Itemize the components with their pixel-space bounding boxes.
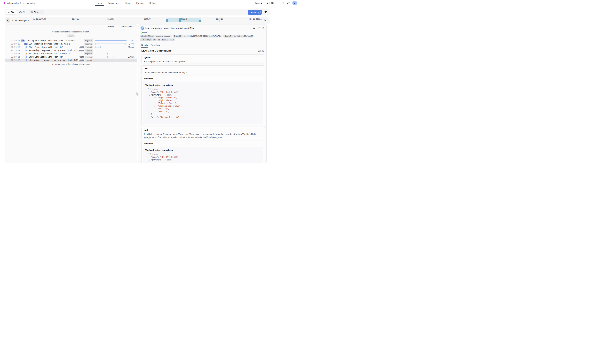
log-row[interactable]: 22:59:10 ⊟6 Calling chatprompt-function …: [5, 39, 137, 42]
docs-link[interactable]: Docs: [255, 2, 262, 4]
trace-id-pill[interactable]: Trace ID #9146a6974e4e6140538043607a71c7…: [173, 35, 222, 38]
docs-label: Docs: [255, 2, 259, 4]
scope-tag[interactable]: magentic: [84, 39, 93, 42]
collapse-icon: ⊟: [22, 40, 23, 42]
tab-raw-data[interactable]: Raw Data: [151, 43, 160, 48]
get-help-button[interactable]: Get help: [265, 1, 279, 5]
scope-tag[interactable]: openai: [85, 56, 93, 58]
llm-tag[interactable]: LLM: [78, 46, 85, 48]
item-count: 6 items: [164, 94, 172, 96]
role-label: system: [144, 56, 262, 59]
sql-mode-button[interactable]: SQL: [6, 10, 17, 14]
trace-id-label: Trace ID: [173, 35, 182, 38]
filter-button[interactable]: [264, 11, 267, 14]
breadcrumb-project[interactable]: magentic: [26, 2, 37, 4]
default-levels-dropdown[interactable]: Default levels: [119, 26, 134, 28]
llm-dot-icon: [79, 60, 80, 61]
tab-dashboards[interactable]: Dashboards: [108, 0, 119, 6]
close-panel-button[interactable]: ✕: [262, 27, 264, 29]
log-row[interactable]: 22:59:10 ⊟5 LLM-assisted retries enabled…: [5, 42, 137, 45]
log-title-text: streaming response from 'gpt-4o' took 0.…: [151, 27, 194, 29]
duration-lane: [95, 39, 128, 42]
copy-link-button[interactable]: [258, 27, 260, 29]
collapse-badge[interactable]: ⊟6: [21, 40, 25, 42]
scope-tag[interactable]: openai: [85, 46, 93, 48]
log-label: Log:: [145, 27, 150, 29]
user-avatar[interactable]: J: [292, 1, 297, 5]
ai-label: AI: [23, 11, 25, 13]
project-name: magentic: [26, 2, 35, 4]
today-badge[interactable]: Today: [67, 34, 75, 37]
histogram-bar: [199, 20, 201, 22]
logfire-logo-icon[interactable]: [3, 2, 6, 4]
timeline-axis[interactable]: [39, 22, 257, 22]
collapse-chevron-icon[interactable]: ⌄: [149, 158, 151, 161]
search-button[interactable]: Search ↵: [248, 10, 262, 15]
collapse-badge[interactable]: ⊟5: [24, 43, 28, 45]
top-nav: jackmpcollins / magentic Live Dashboards…: [0, 0, 301, 6]
tab-details[interactable]: Details: [141, 43, 148, 48]
ai-mode-button[interactable]: AI: [18, 10, 26, 14]
panel-resize-handle[interactable]: [137, 92, 138, 95]
json-index: 1:: [154, 99, 157, 102]
tool-call-card: Tool call: return_superhero ⌄{ 3 items "…: [143, 82, 263, 124]
json-value: "Enhanced Smell",: [158, 102, 177, 104]
span-bar-cap: [100, 46, 101, 48]
breadcrumb-org[interactable]: jackmpcollins: [7, 2, 22, 4]
fields-button[interactable]: Fields: [29, 10, 44, 14]
duration-lane: [95, 59, 128, 62]
scope-tag[interactable]: openai: [85, 59, 93, 62]
collapse-chevron-icon[interactable]: ⌄: [146, 88, 148, 91]
log-message: Chat Completion with 'gpt-4o': [29, 56, 63, 58]
dock-panel-button[interactable]: [253, 27, 255, 29]
log-row[interactable]: 22:59:11 Retrying Chat Completion. Attem…: [5, 52, 137, 55]
zoom-in-button[interactable]: [263, 19, 266, 22]
collapse-chevron-icon[interactable]: ⌄: [149, 94, 151, 96]
collapse-sidebar-button[interactable]: [6, 18, 10, 22]
theme-toggle-button[interactable]: [282, 2, 285, 4]
span-bar: [95, 43, 126, 44]
link-icon: [258, 27, 260, 29]
section-title: LLM Chat Completions: [141, 49, 172, 52]
time-range-selector[interactable]: Custom Range: [12, 17, 29, 24]
role-label: user: [144, 67, 262, 70]
panel-left-icon: [7, 19, 10, 22]
service-name-value: unknown_service: [154, 35, 172, 38]
collapse-chevron-icon[interactable]: ⌄: [146, 153, 148, 156]
tool-call-card: Tool call: return_superhero ⌄{ 3 items "…: [143, 147, 263, 163]
org-name: jackmpcollins: [7, 2, 19, 4]
scope-tag[interactable]: openai: [85, 49, 93, 52]
scope-tag[interactable]: magentic: [84, 42, 93, 45]
warning-diamond-icon: [26, 53, 27, 54]
visibility-dropdown[interactable]: Visibility: [107, 26, 117, 28]
duration-lane: [95, 55, 128, 59]
child-count: 6: [23, 40, 24, 42]
tab-alerts[interactable]: Alerts: [125, 0, 130, 6]
tab-live[interactable]: Live: [98, 0, 102, 6]
breadcrumb-separator: /: [23, 2, 24, 4]
duration-lane: [95, 49, 128, 52]
message-card-user: user Create a new superhero named The Ba…: [141, 65, 265, 74]
log-row[interactable]: 22:59:11 Chat Completion with 'gpt-4o' L…: [5, 55, 137, 59]
tab-settings[interactable]: Settings: [149, 0, 157, 6]
log-row-selected[interactable]: 22:59:12 streaming response from 'gpt-4o…: [5, 59, 137, 62]
timeline-tick-label: Nov 12, 22:59:16: [249, 18, 262, 20]
log-row[interactable]: 22:59:10 Chat Completion with 'gpt-4o' L…: [5, 45, 137, 49]
span-id-pill[interactable]: Span ID #fd81e8f78c4ecc9f: [223, 35, 254, 38]
duration-label: 384ms: [128, 46, 134, 48]
info-icon: i: [140, 26, 144, 30]
log-row[interactable]: 22:59:11 streaming response from 'gpt-4o…: [5, 49, 137, 52]
span-diamond-icon: [26, 56, 27, 58]
log-time: 22:59:10: [11, 46, 20, 48]
sql-label: SQL: [11, 11, 15, 13]
query-input[interactable]: [46, 9, 248, 15]
table-grid-icon: [31, 11, 33, 13]
tab-explore[interactable]: Explore: [136, 0, 143, 6]
llm-tag[interactable]: LLM: [78, 59, 85, 62]
llm-tag[interactable]: LLM: [78, 56, 85, 58]
share-link-button[interactable]: [287, 2, 290, 4]
timeline-tick: [184, 20, 184, 22]
scope-tag[interactable]: magentic: [84, 52, 93, 55]
log-time: 22:59:11: [11, 49, 20, 52]
llm-tag[interactable]: LLM: [78, 49, 85, 52]
